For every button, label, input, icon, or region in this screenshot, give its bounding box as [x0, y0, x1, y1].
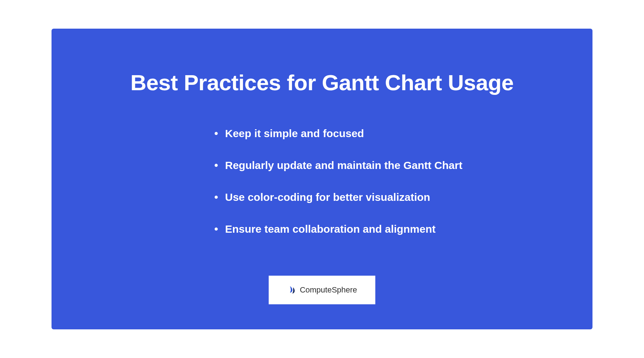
logo-icon	[287, 285, 296, 295]
slide-title: Best Practices for Gantt Chart Usage	[52, 70, 592, 95]
bullet-item: Regularly update and maintain the Gantt …	[214, 159, 592, 171]
logo-text: ComputeSphere	[300, 285, 357, 295]
bullet-item: Ensure team collaboration and alignment	[214, 223, 592, 235]
logo: ComputeSphere	[269, 276, 375, 304]
bullet-list: Keep it simple and focused Regularly upd…	[214, 127, 592, 235]
bullet-item: Keep it simple and focused	[214, 127, 592, 140]
bullet-item: Use color-coding for better visualizatio…	[214, 191, 592, 203]
slide-container: Best Practices for Gantt Chart Usage Kee…	[52, 29, 592, 329]
